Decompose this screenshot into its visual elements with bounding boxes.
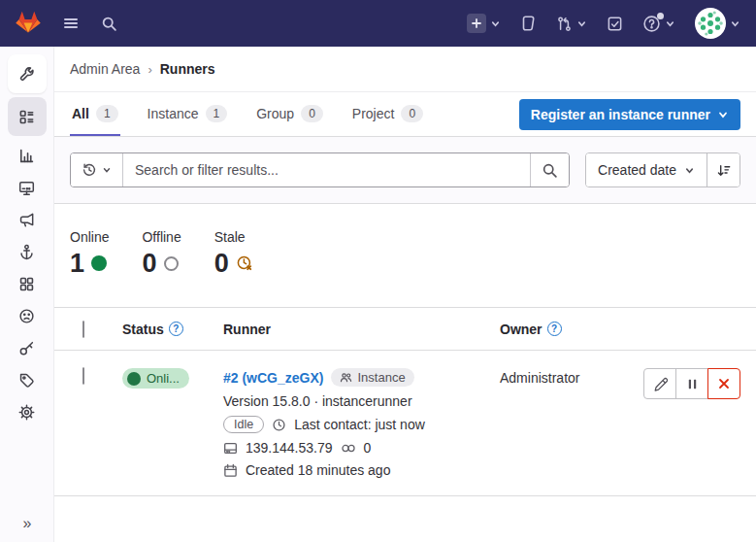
chevron-down-icon <box>665 18 675 29</box>
stat-stale-value: 0 <box>214 249 229 278</box>
issues-button[interactable] <box>520 15 537 32</box>
search-input[interactable] <box>123 153 530 186</box>
runner-column-header: Runner <box>223 322 271 337</box>
created-ago-text: Created 18 minutes ago <box>246 462 390 478</box>
select-all-checkbox[interactable] <box>82 321 84 338</box>
hook-anchor-icon <box>18 244 35 260</box>
sidebar-collapse-toggle[interactable]: » <box>0 515 54 532</box>
tab-project[interactable]: Project 0 <box>350 92 425 136</box>
search-history-dropdown[interactable] <box>71 153 123 186</box>
tab-all-label: All <box>72 106 89 121</box>
analytics-icon <box>18 148 35 164</box>
tab-group-label: Group <box>256 106 294 121</box>
tab-instance-label: Instance <box>148 106 199 121</box>
tab-all-count: 1 <box>96 105 118 122</box>
status-column-header: Status <box>122 322 164 337</box>
owner-help-icon[interactable]: ? <box>547 322 562 336</box>
online-status-icon <box>91 255 107 271</box>
register-instance-runner-button[interactable]: Register an instance runner <box>519 99 740 130</box>
runner-summary-cell: #2 (wCG_zeGX) Instance Version 15.8.0 · … <box>223 368 500 478</box>
pencil-icon <box>653 377 668 391</box>
pause-runner-button[interactable] <box>675 368 708 399</box>
tab-instance[interactable]: Instance 1 <box>146 92 230 136</box>
owner-column-header: Owner <box>500 322 542 337</box>
chevron-down-icon <box>717 109 729 120</box>
todo-check-icon <box>607 16 623 32</box>
idle-activity-badge: Idle <box>223 416 264 433</box>
stat-offline-value: 0 <box>142 249 156 278</box>
register-button-label: Register an instance runner <box>531 107 710 122</box>
frown-face-icon <box>18 308 35 324</box>
gitlab-admin-runners-page: » Admin Area › Runners All 1 Instance 1 <box>0 0 756 542</box>
top-navbar <box>0 0 756 47</box>
sidebar-item-monitoring[interactable] <box>8 172 47 204</box>
chevron-down-icon <box>576 18 587 29</box>
megaphone-icon <box>18 212 35 228</box>
filtered-search <box>70 152 570 187</box>
runner-actions <box>643 368 740 399</box>
close-x-icon <box>717 377 731 390</box>
runner-ip-address: 139.144.53.79 <box>246 440 333 456</box>
sidebar-item-settings[interactable] <box>8 396 47 428</box>
runners-table: Status ? Runner Owner ? Onl <box>54 307 756 496</box>
sidebar-item-admin-area[interactable] <box>8 54 47 93</box>
linked-count: 0 <box>364 440 372 456</box>
sidebar-item-labels[interactable] <box>8 364 47 396</box>
row-checkbox[interactable] <box>82 367 84 385</box>
runner-owner: Administrator <box>500 368 641 386</box>
breadcrumb-runners: Runners <box>160 61 215 77</box>
monitor-icon <box>18 180 35 196</box>
sidebar-item-abuse-reports[interactable] <box>8 300 47 332</box>
runner-detail-link[interactable]: #2 (wCG_zeGX) <box>223 370 323 386</box>
sidebar-item-credentials[interactable] <box>8 332 47 364</box>
breadcrumb: Admin Area › Runners <box>54 47 756 92</box>
hamburger-icon <box>62 15 80 32</box>
search-submit-button[interactable] <box>530 153 569 186</box>
chevron-down-icon <box>490 18 501 29</box>
user-menu[interactable] <box>695 8 740 39</box>
stat-online-value: 1 <box>70 249 84 278</box>
last-contact-text: Last contact: just now <box>294 417 425 432</box>
stat-online-label: Online <box>70 229 109 245</box>
merge-requests-button[interactable] <box>556 16 587 32</box>
plus-icon <box>467 14 486 33</box>
sidebar-item-system-hooks[interactable] <box>8 236 47 268</box>
stat-offline-label: Offline <box>142 229 181 245</box>
sort-by-dropdown[interactable]: Created date <box>586 153 707 186</box>
tab-instance-count: 1 <box>206 105 228 122</box>
new-menu-button[interactable] <box>467 14 501 33</box>
runner-version-line: Version 15.8.0 · instancerunner <box>223 393 500 409</box>
runner-type-label: Instance <box>357 370 405 385</box>
search-icon <box>101 16 117 32</box>
clock-icon <box>272 418 286 432</box>
sidebar-item-analytics[interactable] <box>8 140 47 172</box>
edit-runner-button[interactable] <box>643 368 676 399</box>
link-chain-icon <box>341 442 356 455</box>
gitlab-logo-icon[interactable] <box>16 10 41 37</box>
sort-by-label: Created date <box>598 162 676 178</box>
help-menu-button[interactable] <box>642 15 675 33</box>
main-content: Admin Area › Runners All 1 Instance 1 Gr… <box>54 47 756 542</box>
stat-online: Online 1 <box>70 229 109 278</box>
delete-runner-button[interactable] <box>707 368 740 399</box>
key-icon <box>18 340 35 356</box>
sidebar-item-overview[interactable] <box>8 97 47 136</box>
hamburger-menu-button[interactable] <box>62 15 80 32</box>
offline-status-icon <box>164 256 179 271</box>
todos-button[interactable] <box>607 16 623 32</box>
chevron-down-icon <box>730 18 740 29</box>
sidebar-item-applications[interactable] <box>8 268 47 300</box>
overview-icon <box>18 109 35 125</box>
sidebar-item-messages[interactable] <box>8 204 47 236</box>
tab-group-count: 0 <box>301 105 323 122</box>
user-avatar <box>695 8 726 39</box>
status-help-icon[interactable]: ? <box>169 322 183 336</box>
tab-group[interactable]: Group 0 <box>254 92 325 136</box>
runners-table-header: Status ? Runner Owner ? <box>54 308 756 351</box>
breadcrumb-admin-area[interactable]: Admin Area <box>70 61 140 77</box>
sort-direction-button[interactable] <box>707 153 740 186</box>
host-computer-icon <box>223 441 238 456</box>
gear-icon <box>18 404 35 421</box>
global-search-button[interactable] <box>101 16 117 32</box>
tab-all[interactable]: All 1 <box>70 92 120 136</box>
